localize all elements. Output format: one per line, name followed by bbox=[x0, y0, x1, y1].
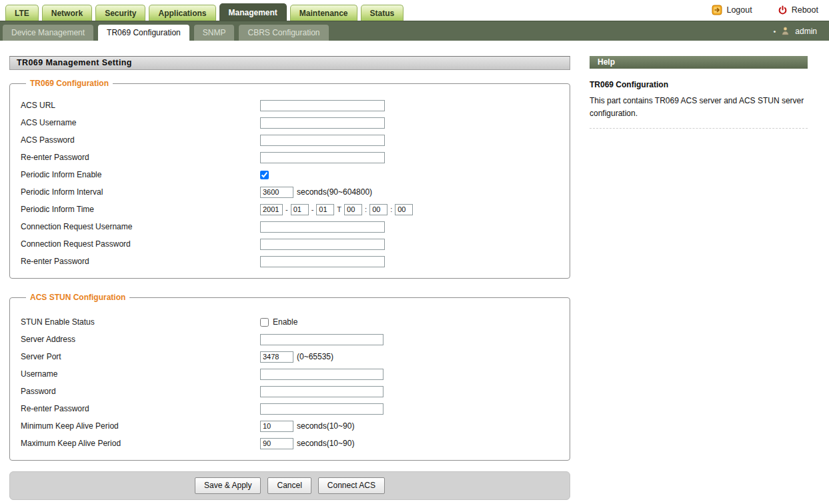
time-month-input[interactable] bbox=[291, 204, 309, 215]
periodic-inform-interval-hint: seconds(90~604800) bbox=[297, 187, 372, 197]
tab-management[interactable]: Management bbox=[219, 3, 287, 21]
acs-username-row: ACS Username bbox=[21, 114, 570, 131]
stun-reenter-password-label: Re-enter Password bbox=[21, 404, 260, 413]
acs-password-label: ACS Password bbox=[21, 135, 260, 145]
server-address-label: Server Address bbox=[21, 335, 260, 344]
user-icon bbox=[782, 27, 789, 35]
connection-reenter-password-input[interactable] bbox=[260, 256, 385, 267]
acs-url-row: ACS URL bbox=[21, 97, 570, 114]
time-hour-input[interactable] bbox=[344, 204, 362, 215]
min-keep-alive-row: Minimum Keep Alive Period seconds(10~90) bbox=[21, 417, 570, 435]
tab-security[interactable]: Security bbox=[95, 5, 145, 21]
help-header: Help bbox=[590, 56, 808, 69]
stun-username-input[interactable] bbox=[260, 369, 383, 380]
max-keep-alive-row: Maximum Keep Alive Period seconds(10~90) bbox=[21, 435, 570, 452]
stun-enable-checkbox[interactable] bbox=[260, 318, 269, 327]
server-port-label: Server Port bbox=[21, 352, 260, 361]
time-second-input[interactable] bbox=[395, 204, 413, 215]
page-title: TR069 Management Setting bbox=[9, 56, 570, 70]
stun-reenter-password-row: Re-enter Password bbox=[21, 400, 570, 417]
periodic-inform-time-row: Periodic Inform Time - - T : : bbox=[21, 201, 570, 218]
min-keep-alive-label: Minimum Keep Alive Period bbox=[21, 421, 260, 431]
tab-network[interactable]: Network bbox=[42, 5, 92, 21]
action-bar: Save & Apply Cancel Connect ACS bbox=[9, 471, 570, 500]
subtab-cbrs-configuration[interactable]: CBRS Configuration bbox=[239, 25, 328, 41]
server-port-input[interactable] bbox=[260, 351, 293, 363]
max-keep-alive-hint: seconds(10~90) bbox=[297, 439, 354, 448]
reenter-password-label: Re-enter Password bbox=[21, 153, 260, 162]
tr069-configuration-fieldset: TR069 Configuration ACS URL ACS Username… bbox=[9, 79, 570, 279]
top-navigation: LTE Network Security Applications Manage… bbox=[0, 0, 829, 21]
date-separator: - bbox=[311, 205, 314, 213]
periodic-inform-interval-input[interactable] bbox=[260, 187, 293, 198]
tab-applications[interactable]: Applications bbox=[149, 5, 215, 21]
connection-request-password-input[interactable] bbox=[260, 239, 385, 250]
time-day-input[interactable] bbox=[316, 204, 334, 215]
acs-reenter-password-input[interactable] bbox=[260, 152, 385, 163]
periodic-inform-time-label: Periodic Inform Time bbox=[21, 205, 260, 214]
stun-enable-option-label: Enable bbox=[273, 317, 297, 327]
colon-separator: : bbox=[365, 205, 367, 213]
username-label: admin bbox=[795, 27, 817, 36]
acs-url-label: ACS URL bbox=[21, 101, 260, 110]
connection-request-password-label: Connection Request Password bbox=[21, 239, 260, 249]
stun-enable-label: STUN Enable Status bbox=[21, 317, 260, 327]
time-year-input[interactable] bbox=[260, 204, 283, 215]
stun-username-row: Username bbox=[21, 365, 570, 383]
connection-reenter-password-row: Re-enter Password bbox=[21, 253, 570, 270]
subtab-tr069-configuration[interactable]: TR069 Configuration bbox=[98, 25, 189, 41]
power-icon bbox=[778, 5, 788, 15]
periodic-inform-enable-label: Periodic Inform Enable bbox=[21, 170, 260, 179]
acs-username-input[interactable] bbox=[260, 117, 385, 129]
max-keep-alive-input[interactable] bbox=[260, 438, 293, 449]
help-text: This part contains TR069 ACS server and … bbox=[590, 95, 808, 119]
tab-status[interactable]: Status bbox=[361, 5, 404, 21]
save-apply-button[interactable]: Save & Apply bbox=[195, 477, 261, 494]
server-port-hint: (0~65535) bbox=[297, 352, 333, 361]
bullet-separator: • bbox=[773, 27, 776, 35]
subtab-snmp[interactable]: SNMP bbox=[194, 25, 235, 41]
acs-url-input[interactable] bbox=[260, 100, 385, 111]
connection-request-username-label: Connection Request Username bbox=[21, 222, 260, 231]
main-content: TR069 Management Setting TR069 Configura… bbox=[9, 56, 570, 500]
reenter-password-row: Re-enter Password bbox=[21, 149, 570, 166]
tab-maintenance[interactable]: Maintenance bbox=[290, 5, 357, 21]
connect-acs-button[interactable]: Connect ACS bbox=[318, 477, 385, 494]
tr069-configuration-legend: TR069 Configuration bbox=[26, 79, 113, 88]
acs-password-input[interactable] bbox=[260, 135, 385, 146]
periodic-inform-enable-row: Periodic Inform Enable bbox=[21, 166, 570, 183]
connection-request-username-input[interactable] bbox=[260, 221, 385, 233]
acs-stun-configuration-legend: ACS STUN Configuration bbox=[26, 293, 129, 302]
help-title: TR069 Configuration bbox=[590, 80, 808, 89]
reboot-label: Reboot bbox=[792, 5, 818, 15]
min-keep-alive-hint: seconds(10~90) bbox=[297, 421, 354, 431]
server-port-row: Server Port (0~65535) bbox=[21, 348, 570, 365]
periodic-inform-enable-checkbox[interactable] bbox=[260, 171, 269, 179]
sub-navigation: Device Management TR069 Configuration SN… bbox=[0, 21, 829, 41]
stun-enable-row: STUN Enable Status Enable bbox=[21, 313, 570, 331]
date-separator: - bbox=[285, 205, 288, 213]
main-tabs: LTE Network Security Applications Manage… bbox=[5, 3, 407, 21]
cancel-button[interactable]: Cancel bbox=[267, 477, 311, 494]
stun-password-input[interactable] bbox=[260, 386, 383, 397]
server-address-input[interactable] bbox=[260, 334, 383, 345]
acs-password-row: ACS Password bbox=[21, 131, 570, 149]
help-panel: Help TR069 Configuration This part conta… bbox=[590, 56, 808, 129]
logout-button[interactable]: Logout bbox=[712, 5, 752, 15]
subtab-device-management[interactable]: Device Management bbox=[3, 25, 93, 41]
stun-password-label: Password bbox=[21, 387, 260, 396]
time-minute-input[interactable] bbox=[369, 204, 387, 215]
connection-request-password-row: Connection Request Password bbox=[21, 235, 570, 253]
acs-stun-configuration-fieldset: ACS STUN Configuration STUN Enable Statu… bbox=[9, 293, 570, 461]
tab-lte[interactable]: LTE bbox=[5, 5, 39, 21]
server-address-row: Server Address bbox=[21, 331, 570, 348]
reboot-button[interactable]: Reboot bbox=[778, 5, 818, 15]
stun-reenter-password-input[interactable] bbox=[260, 403, 383, 415]
periodic-inform-interval-row: Periodic Inform Interval seconds(90~6048… bbox=[21, 183, 570, 201]
max-keep-alive-label: Maximum Keep Alive Period bbox=[21, 439, 260, 448]
top-actions: Logout Reboot bbox=[712, 5, 818, 15]
stun-username-label: Username bbox=[21, 369, 260, 379]
stun-password-row: Password bbox=[21, 383, 570, 400]
connection-request-username-row: Connection Request Username bbox=[21, 218, 570, 235]
min-keep-alive-input[interactable] bbox=[260, 421, 293, 432]
